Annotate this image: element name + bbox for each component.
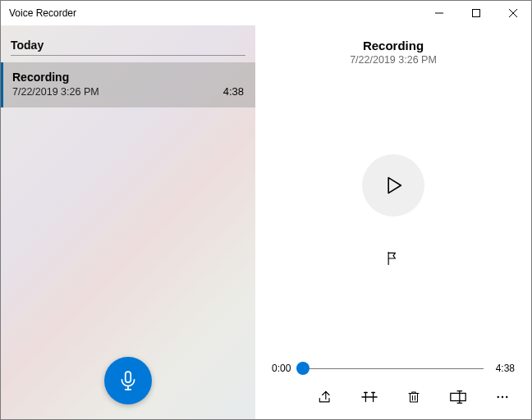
svg-point-19 bbox=[498, 396, 499, 398]
list-item-subtitle: 7/22/2019 3:26 PM bbox=[12, 86, 99, 98]
track-line bbox=[303, 368, 484, 369]
share-icon bbox=[317, 389, 333, 405]
detail-header: Recording 7/22/2019 3:26 PM bbox=[255, 25, 531, 71]
svg-rect-15 bbox=[451, 393, 466, 400]
scrub-track[interactable] bbox=[303, 360, 484, 377]
microphone-icon bbox=[117, 370, 139, 391]
list-item-title: Recording bbox=[12, 71, 244, 84]
play-icon bbox=[382, 174, 405, 197]
rename-icon bbox=[449, 390, 467, 404]
window-title: Voice Recorder bbox=[1, 1, 420, 25]
voice-recorder-window: Voice Recorder Today Recording 7/22/2019… bbox=[0, 0, 532, 420]
svg-rect-4 bbox=[126, 372, 131, 382]
svg-marker-7 bbox=[388, 177, 401, 193]
total-time-label: 4:38 bbox=[490, 363, 515, 374]
delete-button[interactable] bbox=[403, 386, 424, 408]
recordings-list: Recording 7/22/2019 3:26 PM 4:38 bbox=[1, 57, 255, 107]
scrub-thumb[interactable] bbox=[296, 362, 310, 375]
flag-icon bbox=[385, 250, 401, 267]
playback-area bbox=[255, 71, 531, 354]
titlebar: Voice Recorder bbox=[1, 1, 531, 25]
svg-point-20 bbox=[502, 396, 503, 398]
detail-panel: Recording 7/22/2019 3:26 PM bbox=[255, 25, 531, 419]
add-marker-button[interactable] bbox=[381, 246, 406, 271]
window-controls bbox=[420, 1, 531, 25]
scrub-row: 0:00 4:38 bbox=[255, 360, 531, 380]
svg-point-21 bbox=[506, 396, 507, 398]
app-body: Today Recording 7/22/2019 3:26 PM 4:38 bbox=[1, 25, 531, 419]
detail-title: Recording bbox=[255, 39, 531, 52]
play-button[interactable] bbox=[362, 154, 424, 217]
recording-list-item[interactable]: Recording 7/22/2019 3:26 PM 4:38 bbox=[1, 62, 255, 107]
list-item-duration: 4:38 bbox=[223, 85, 244, 98]
more-button[interactable] bbox=[492, 386, 513, 408]
trim-button[interactable] bbox=[359, 386, 380, 408]
share-button[interactable] bbox=[314, 386, 336, 408]
more-icon bbox=[495, 390, 510, 404]
bottom-toolbar bbox=[255, 380, 531, 419]
rename-button[interactable] bbox=[447, 386, 469, 408]
trim-icon bbox=[360, 389, 378, 405]
svg-rect-1 bbox=[472, 10, 479, 17]
detail-subtitle: 7/22/2019 3:26 PM bbox=[255, 54, 531, 66]
recordings-sidebar: Today Recording 7/22/2019 3:26 PM 4:38 bbox=[1, 25, 255, 419]
close-button[interactable] bbox=[494, 1, 531, 25]
maximize-button[interactable] bbox=[457, 1, 494, 25]
current-time-label: 0:00 bbox=[272, 363, 296, 374]
trash-icon bbox=[406, 389, 421, 405]
record-button[interactable] bbox=[104, 357, 152, 404]
group-header-today: Today bbox=[11, 39, 245, 56]
minimize-button[interactable] bbox=[420, 1, 457, 25]
